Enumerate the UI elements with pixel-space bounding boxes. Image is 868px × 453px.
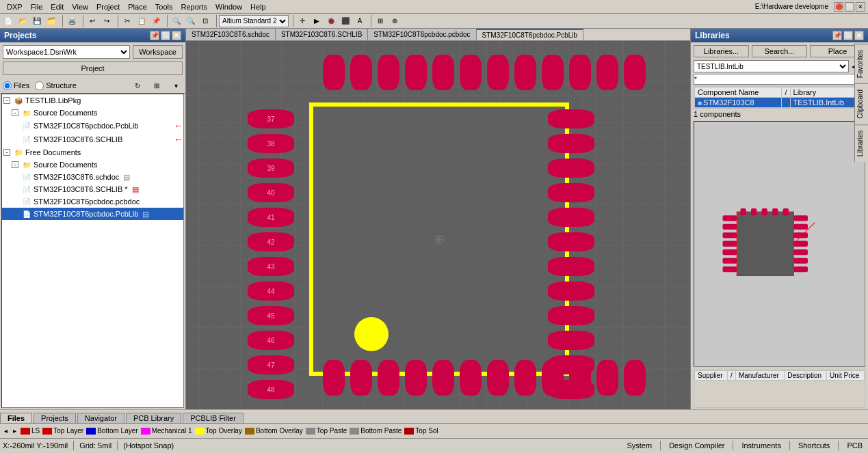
tree-item-schlib2[interactable]: 📄 STM32F103C8T6.SCHLIB * ▤ [2, 183, 183, 195]
tb-cross[interactable]: ✛ [295, 15, 309, 27]
tb-run[interactable]: ▶ [310, 15, 324, 27]
workspace-select[interactable]: Workspace1.DsnWrk [3, 45, 130, 59]
tb-copy[interactable]: 📋 [135, 15, 148, 27]
project-button[interactable]: Project [3, 61, 183, 75]
tree-item-schlib1[interactable]: 📄 STM32F103C8T6.SCHLIB ← [2, 133, 183, 146]
menu-edit[interactable]: Edit [47, 0, 68, 13]
expand-icon[interactable]: ⊞ [150, 79, 163, 92]
tree-item-schdoc[interactable]: 📄 STM32F103C8T6.schdoc ▤ [2, 171, 183, 183]
layer-mech[interactable]: Mechanical 1 [141, 427, 192, 435]
tb-saveall[interactable]: 🗂️ [44, 15, 58, 27]
menu-reports[interactable]: Reports [176, 0, 211, 13]
menu-dxp[interactable]: DXP [3, 0, 27, 13]
layer-top[interactable]: Top Layer [42, 427, 83, 435]
tb-stop[interactable]: ⬛ [339, 15, 352, 27]
bottom-tab-pcblibrary[interactable]: PCB Library [126, 413, 181, 423]
component-row[interactable]: ■ STM32F103C8 TESTLIB.IntLib [695, 98, 865, 108]
app-min[interactable]: 🔴 [834, 2, 843, 12]
tb-paste[interactable]: 📌 [149, 15, 163, 27]
menu-tools[interactable]: Tools [151, 0, 177, 13]
tb-open[interactable]: 📂 [16, 15, 29, 27]
tb-new[interactable]: 📄 [1, 15, 15, 27]
menu-file[interactable]: File [27, 0, 47, 13]
lib-panel-restore[interactable]: ⬜ [843, 31, 853, 40]
toolbar-style-select[interactable]: Altium Standard 2 [219, 15, 289, 27]
tb-cut[interactable]: ✂ [120, 15, 134, 27]
layer-mech-label: Mechanical 1 [152, 427, 192, 435]
tab-schlib[interactable]: STM32F103C8T6.SCHLIB [276, 29, 368, 40]
libraries-button[interactable]: Libraries... [694, 45, 749, 57]
library-dropdown[interactable]: TESTLIB.IntLib [694, 60, 849, 72]
component-search-input[interactable] [694, 74, 865, 85]
refresh-icon[interactable]: ↻ [131, 79, 144, 92]
layer-toppaste[interactable]: Top Paste [306, 427, 347, 435]
pcb-canvas-area[interactable]: STM32F103C8T6.schdoc STM32F103C8T6.SCHLI… [186, 29, 690, 409]
more-icon[interactable]: ▾ [169, 79, 183, 92]
layer-topoverlay[interactable]: Top Overlay [195, 427, 242, 435]
expand-testlib[interactable]: - [3, 97, 10, 104]
app-restore[interactable]: ⬜ [845, 2, 854, 12]
status-shortcuts[interactable]: Shortcuts [795, 441, 832, 450]
status-instruments[interactable]: Instruments [739, 441, 783, 450]
tree-item-testlib[interactable]: - 📦 TESTLIB.LibPkg [2, 94, 183, 107]
app-close[interactable]: ✕ [856, 2, 865, 12]
menu-window[interactable]: Window [211, 0, 246, 13]
tree-item-pcblib1[interactable]: 📄 STM32F10C8T6pcbdoc.PcbLib ← [2, 119, 183, 133]
tb-print[interactable]: 🖨️ [65, 15, 79, 27]
tb-redo[interactable]: ↪ [100, 15, 114, 27]
bottom-tab-files[interactable]: Files [0, 413, 32, 423]
radio-files-input[interactable] [3, 81, 12, 90]
layer-topsol[interactable]: Top Sol [404, 427, 438, 435]
tb-undo[interactable]: ↩ [86, 15, 99, 27]
menu-view[interactable]: View [68, 0, 92, 13]
tb-zoomout[interactable]: 🔍 [184, 15, 198, 27]
radio-structure-input[interactable] [35, 81, 44, 90]
panel-pin[interactable]: 📌 [150, 31, 159, 40]
tree-item-freedocs[interactable]: - 📁 Free Documents [2, 146, 183, 159]
menu-help[interactable]: Help [246, 0, 270, 13]
tree-item-pcbdoc2[interactable]: 📄 STM32F10C8T6pcbdoc.pcbdoc [2, 195, 183, 208]
expand-freedocs[interactable]: - [3, 149, 10, 156]
bottom-tab-navigator[interactable]: Navigator [77, 413, 124, 423]
pcb-canvas[interactable]: ⊕ 37 38 39 40 41 42 [186, 41, 690, 409]
search-button[interactable]: Search... [752, 45, 807, 57]
layer-botpaste[interactable]: Bottom Paste [350, 427, 402, 435]
status-design-compiler[interactable]: Design Compiler [666, 441, 727, 450]
tree-item-pcblib2[interactable]: 📄 STM32F10C8T6pcbdoc.PcbLib ▤ [2, 208, 183, 220]
layer-botoverlay[interactable]: Bottom Overlay [245, 427, 303, 435]
bottom-tab-projects[interactable]: Projects [34, 413, 76, 423]
tree-item-source1[interactable]: - 📁 Source Documents [2, 107, 183, 119]
tb-zoomin[interactable]: 🔍 [170, 15, 183, 27]
tab-pcbdoc[interactable]: STM32F10C8T6pcbdoc.pcbdoc [368, 29, 476, 40]
status-system[interactable]: System [624, 441, 655, 450]
tb-grid[interactable]: ⊞ [373, 15, 387, 27]
menu-project[interactable]: Project [92, 0, 124, 13]
panel-close[interactable]: ✕ [172, 31, 181, 40]
radio-files-label[interactable]: Files [3, 81, 29, 90]
layer-scroll-left[interactable]: ◂ [3, 427, 9, 435]
lib-panel-close[interactable]: ✕ [854, 31, 864, 40]
tb-bug[interactable]: 🐞 [324, 15, 338, 27]
tab-pcblib[interactable]: STM32F10C8T6pcbdoc.PcbLib [477, 29, 584, 40]
tb-text[interactable]: A [353, 15, 367, 27]
radio-structure-label[interactable]: Structure [35, 81, 77, 90]
status-pcb[interactable]: PCB [844, 441, 865, 450]
tb-save[interactable]: 💾 [30, 15, 44, 27]
layer-bottom[interactable]: Bottom Layer [86, 427, 137, 435]
tab-schdoc[interactable]: STM32F103C8T6.schdoc [186, 29, 276, 40]
menu-place[interactable]: Place [124, 0, 151, 13]
side-tab-favorites[interactable]: Favorites [855, 44, 868, 83]
layer-scroll-right[interactable]: ▸ [12, 427, 18, 435]
workspace-button[interactable]: Workspace [133, 45, 183, 59]
tb-zoomfit[interactable]: ⊡ [198, 15, 212, 27]
expand-source2[interactable]: - [12, 161, 18, 168]
panel-restore[interactable]: ⬜ [161, 31, 170, 40]
tb-snap[interactable]: ⊕ [388, 15, 402, 27]
expand-source1[interactable]: - [12, 109, 18, 116]
lib-panel-pin[interactable]: 📌 [832, 31, 842, 40]
layer-ls[interactable]: LS [21, 427, 40, 435]
side-tab-libraries[interactable]: Libraries [855, 124, 868, 162]
bottom-tab-pcblibfilter[interactable]: PCBLIB Filter [183, 413, 244, 423]
tree-item-source2[interactable]: - 📁 Source Documents [2, 159, 183, 171]
side-tab-clipboard[interactable]: Clipboard [855, 83, 868, 124]
